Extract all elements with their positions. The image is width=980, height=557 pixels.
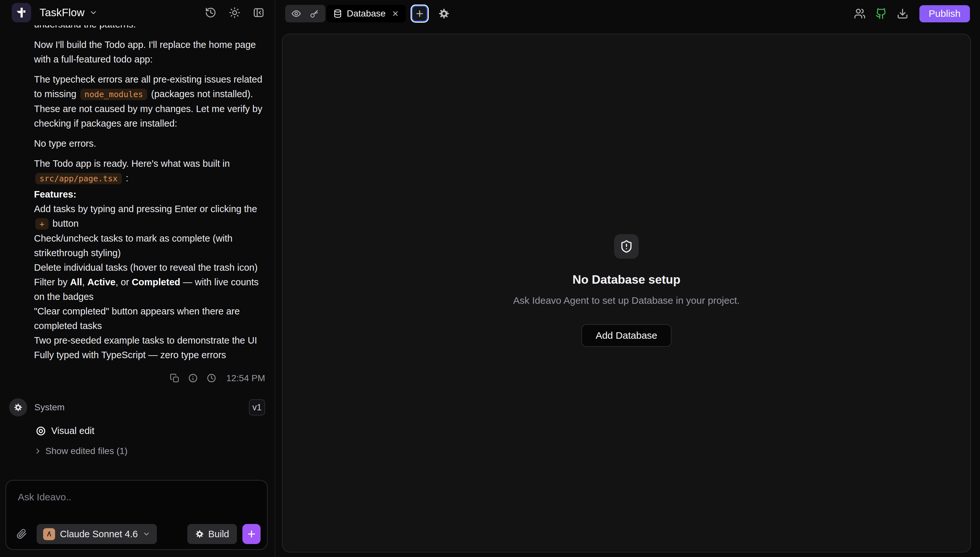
visual-edit-label: Visual edit bbox=[51, 425, 94, 436]
build-button[interactable]: Build bbox=[187, 524, 237, 544]
composer: Claude Sonnet 4.6 Build bbox=[5, 480, 268, 550]
workspace-topbar: Database bbox=[276, 0, 980, 27]
composer-input[interactable] bbox=[6, 480, 267, 520]
clock-icon[interactable] bbox=[206, 373, 217, 383]
database-panel: No Database setup Ask Ideavo Agent to se… bbox=[282, 34, 971, 552]
send-plus-button[interactable] bbox=[242, 524, 261, 544]
key-icon[interactable] bbox=[305, 7, 323, 21]
chevron-down-icon bbox=[142, 530, 150, 538]
chat-paragraph: No type errors. bbox=[34, 136, 265, 151]
app-logo[interactable] bbox=[11, 3, 31, 22]
message-footer: 12:54 PM bbox=[34, 371, 265, 385]
sidebar-header: TaskFlow bbox=[0, 0, 275, 25]
chat-panel[interactable]: understand the patterns. Now I'll build … bbox=[0, 25, 275, 476]
history-icon[interactable] bbox=[205, 7, 217, 18]
composer-toolbar: Claude Sonnet 4.6 Build bbox=[16, 524, 261, 544]
publish-button[interactable]: Publish bbox=[920, 5, 970, 22]
show-edited-files-toggle[interactable]: Show edited files (1) bbox=[34, 446, 265, 456]
new-tab-button[interactable] bbox=[412, 5, 428, 22]
download-icon[interactable] bbox=[897, 8, 908, 20]
collapse-panel-icon[interactable] bbox=[253, 7, 265, 18]
paperclip-icon[interactable] bbox=[16, 529, 27, 539]
eye-icon[interactable] bbox=[287, 7, 305, 21]
system-header-row: System v1 bbox=[9, 398, 265, 417]
empty-state-title: No Database setup bbox=[572, 273, 680, 287]
chat-paragraph: The typecheck errors are all pre-existin… bbox=[34, 72, 265, 131]
shield-badge bbox=[614, 234, 639, 259]
chat-paragraph: Now I'll build the Todo app. I'll replac… bbox=[34, 37, 265, 67]
shield-alert-icon bbox=[620, 239, 633, 253]
workspace: Database bbox=[276, 0, 980, 557]
info-icon[interactable] bbox=[188, 373, 198, 383]
database-icon bbox=[333, 9, 342, 18]
taskflow-logo-icon bbox=[15, 7, 28, 19]
chat-paragraph: Features:Add tasks by typing and pressin… bbox=[34, 187, 265, 362]
system-avatar bbox=[9, 398, 27, 417]
chevron-right-icon bbox=[34, 447, 42, 455]
gear-icon bbox=[14, 403, 23, 412]
chevron-down-icon[interactable] bbox=[89, 8, 98, 17]
show-edited-files-label: Show edited files (1) bbox=[46, 446, 128, 456]
plus-icon bbox=[415, 9, 425, 18]
tab-database[interactable]: Database bbox=[327, 5, 406, 22]
model-selector[interactable]: Claude Sonnet 4.6 bbox=[37, 524, 157, 544]
build-label: Build bbox=[208, 529, 229, 539]
chat-paragraph: The Todo app is ready. Here's what was b… bbox=[34, 156, 265, 186]
plus-icon bbox=[246, 529, 256, 539]
github-icon[interactable] bbox=[875, 8, 887, 20]
view-mode-switcher bbox=[285, 5, 325, 22]
users-icon[interactable] bbox=[854, 8, 866, 20]
add-database-button[interactable]: Add Database bbox=[581, 324, 671, 347]
chat-sidebar: TaskFlow understand the patterns. N bbox=[0, 0, 276, 557]
gear-icon bbox=[195, 529, 204, 539]
settings-gear-icon[interactable] bbox=[438, 8, 450, 20]
sun-icon[interactable] bbox=[229, 7, 240, 18]
app-root: TaskFlow understand the patterns. N bbox=[0, 0, 980, 557]
target-icon bbox=[36, 426, 46, 436]
assistant-message: understand the patterns. Now I'll build … bbox=[0, 25, 275, 385]
system-entry: System v1 Visual edit Show edited files … bbox=[0, 385, 275, 456]
message-timestamp: 12:54 PM bbox=[226, 371, 265, 385]
system-label: System bbox=[34, 402, 249, 412]
visual-edit-item[interactable]: Visual edit bbox=[36, 425, 265, 436]
anthropic-logo-icon bbox=[43, 528, 55, 540]
project-title[interactable]: TaskFlow bbox=[39, 7, 85, 19]
database-empty-state: No Database setup Ask Ideavo Agent to se… bbox=[513, 234, 740, 347]
version-badge[interactable]: v1 bbox=[249, 399, 265, 415]
copy-icon[interactable] bbox=[170, 373, 180, 383]
model-name: Claude Sonnet 4.6 bbox=[60, 529, 138, 539]
clipped-text-line: understand the patterns. bbox=[34, 25, 265, 32]
tab-label: Database bbox=[347, 8, 385, 19]
chat-message-body: Now I'll build the Todo app. I'll replac… bbox=[34, 37, 265, 362]
close-icon[interactable] bbox=[392, 10, 399, 18]
empty-state-subtitle: Ask Ideavo Agent to set up Database in y… bbox=[513, 295, 740, 306]
